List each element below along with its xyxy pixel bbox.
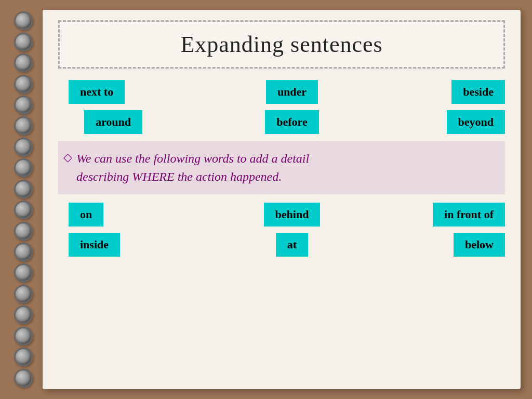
- chip-cell-next-to: next to: [58, 80, 214, 104]
- chip-cell-beyond: beyond: [370, 110, 505, 134]
- ring: [14, 348, 33, 366]
- chip-cell-on: on: [58, 203, 214, 227]
- bottom-chips-area: on behind in front of inside at below: [58, 203, 505, 257]
- chip-cell-below: below: [370, 233, 505, 257]
- ring: [14, 158, 33, 177]
- chip-below[interactable]: below: [454, 233, 505, 257]
- top-chips-area: next to under beside around before beyon…: [58, 80, 505, 134]
- ring: [14, 305, 33, 324]
- chip-cell-under: under: [214, 80, 370, 104]
- ring: [14, 243, 33, 261]
- ring: [14, 96, 33, 114]
- ring: [14, 75, 33, 94]
- ring: [14, 327, 33, 345]
- ring: [14, 222, 33, 241]
- page-title: Expanding sentences: [180, 32, 382, 57]
- ring: [14, 33, 33, 51]
- chip-inside[interactable]: inside: [69, 233, 120, 257]
- chip-before[interactable]: before: [265, 110, 318, 134]
- chip-under[interactable]: under: [266, 80, 318, 104]
- bullet-icon: ◇: [63, 151, 72, 164]
- ring: [14, 201, 33, 219]
- chip-cell-inside: inside: [58, 233, 214, 257]
- ring: [14, 180, 33, 198]
- chip-cell-around: around: [58, 110, 214, 134]
- chip-cell-in-front-of: in front of: [370, 203, 505, 227]
- info-text: We can use the following words to add a …: [76, 150, 309, 186]
- ring: [14, 285, 33, 303]
- chip-beyond[interactable]: beyond: [447, 110, 505, 134]
- chip-cell-at: at: [214, 233, 370, 257]
- ring: [14, 138, 33, 156]
- info-box: ◇ We can use the following words to add …: [58, 141, 505, 194]
- chip-around[interactable]: around: [84, 110, 142, 134]
- chip-cell-behind: behind: [214, 203, 370, 227]
- title-box: Expanding sentences: [58, 20, 505, 69]
- spiral-binding: [0, 0, 47, 399]
- ring: [14, 116, 33, 135]
- ring: [14, 54, 33, 72]
- chip-cell-beside: beside: [370, 80, 505, 104]
- chip-at[interactable]: at: [276, 233, 308, 257]
- chip-on[interactable]: on: [69, 203, 103, 227]
- ring: [14, 263, 33, 282]
- chip-cell-before: before: [214, 110, 370, 134]
- chip-behind[interactable]: behind: [264, 203, 321, 227]
- ring: [14, 369, 33, 388]
- chip-next-to[interactable]: next to: [69, 80, 125, 104]
- ring: [14, 11, 33, 30]
- page: Expanding sentences next to under beside…: [43, 10, 521, 389]
- chip-in-front-of[interactable]: in front of: [433, 203, 505, 227]
- chip-beside[interactable]: beside: [451, 80, 505, 104]
